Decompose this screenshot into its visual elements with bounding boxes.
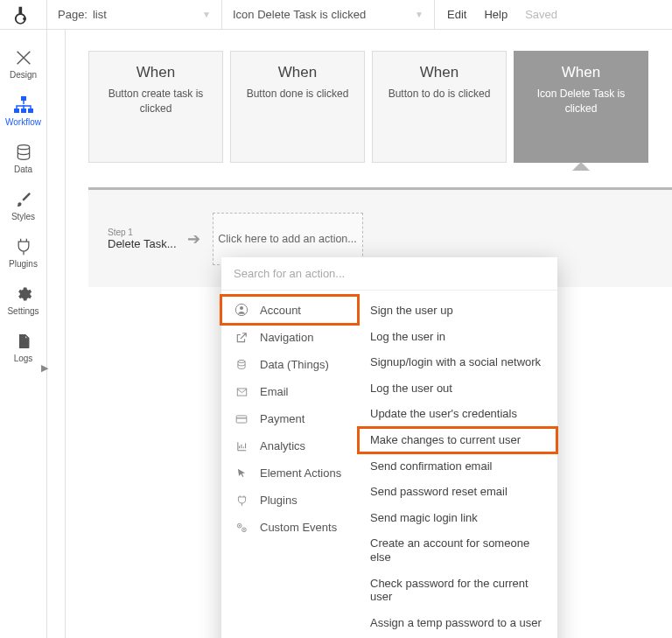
rail-data[interactable]: Data bbox=[0, 135, 47, 180]
svg-rect-2 bbox=[14, 109, 19, 113]
top-bar: Page: list ▼ Icon Delete Task is clicked… bbox=[0, 0, 672, 30]
page-dropdown-value: list bbox=[93, 8, 107, 21]
workflow-dropdown-value: Icon Delete Task is clicked bbox=[233, 8, 366, 21]
external-link-icon bbox=[234, 332, 249, 344]
category-plugins[interactable]: Plugins bbox=[221, 487, 358, 514]
page-dropdown[interactable]: Page: list ▼ bbox=[47, 0, 222, 30]
action-item[interactable]: Sign the user up bbox=[358, 298, 557, 324]
left-rail: Design Workflow Data Styles Plugins Sett… bbox=[0, 30, 47, 638]
expand-rail-icon[interactable]: ▶ bbox=[41, 362, 48, 374]
user-circle-icon bbox=[234, 303, 249, 317]
svg-point-7 bbox=[240, 306, 243, 310]
database-icon bbox=[15, 142, 32, 163]
action-item[interactable]: Send password reset email bbox=[358, 479, 557, 505]
search-input[interactable] bbox=[221, 257, 557, 291]
chevron-down-icon: ▼ bbox=[415, 10, 424, 19]
category-email[interactable]: Email bbox=[221, 378, 358, 405]
events-row: When Button create task is clicked When … bbox=[66, 30, 672, 163]
svg-rect-1 bbox=[21, 96, 26, 101]
document-icon bbox=[16, 331, 32, 352]
envelope-icon bbox=[234, 386, 249, 398]
rail-workflow[interactable]: Workflow bbox=[0, 88, 47, 133]
svg-rect-9 bbox=[237, 388, 247, 395]
bubble-logo[interactable] bbox=[0, 0, 47, 30]
chevron-down-icon: ▼ bbox=[202, 10, 211, 19]
svg-point-0 bbox=[23, 17, 26, 20]
action-item[interactable]: Make changes to current user bbox=[358, 427, 557, 453]
design-icon bbox=[14, 47, 33, 68]
action-item[interactable]: Update the user's credentials bbox=[358, 401, 557, 427]
page-dropdown-label: Page: bbox=[58, 8, 88, 21]
action-item[interactable]: Check password for the current user bbox=[358, 571, 557, 610]
brush-icon bbox=[15, 189, 32, 210]
bubble-logo-icon bbox=[14, 5, 33, 25]
event-card-0[interactable]: When Button create task is clicked bbox=[88, 51, 223, 163]
actions-list: Sign the user up Log the user in Signup/… bbox=[358, 291, 557, 638]
menu-edit[interactable]: Edit bbox=[447, 8, 466, 21]
arrow-right-icon: ➔ bbox=[187, 229, 200, 249]
workflow-dropdown[interactable]: Icon Delete Task is clicked ▼ bbox=[222, 0, 435, 30]
action-item[interactable]: Send magic login link bbox=[358, 505, 557, 531]
database-icon bbox=[234, 359, 249, 371]
rail-plugins[interactable]: Plugins bbox=[0, 229, 47, 275]
event-card-2[interactable]: When Button to do is clicked bbox=[372, 51, 507, 163]
selected-pointer-icon bbox=[572, 162, 590, 171]
cursor-icon bbox=[234, 467, 249, 480]
svg-point-8 bbox=[238, 360, 245, 362]
workflow-icon bbox=[13, 95, 34, 116]
svg-point-5 bbox=[18, 144, 29, 149]
chart-icon bbox=[234, 440, 249, 452]
plug-icon bbox=[234, 494, 249, 507]
svg-point-14 bbox=[243, 529, 245, 530]
rail-logs[interactable]: Logs bbox=[0, 324, 47, 369]
action-item[interactable]: Assign a temp password to a user bbox=[358, 610, 557, 636]
category-analytics[interactable]: Analytics bbox=[221, 432, 358, 459]
rail-settings[interactable]: Settings bbox=[0, 277, 47, 322]
gears-icon bbox=[234, 522, 249, 534]
category-payment[interactable]: Payment bbox=[221, 405, 358, 432]
category-element-actions[interactable]: Element Actions bbox=[221, 459, 358, 487]
menu-help[interactable]: Help bbox=[484, 8, 508, 21]
workflow-canvas: When Button create task is clicked When … bbox=[66, 30, 672, 638]
plug-icon bbox=[14, 236, 33, 257]
svg-rect-3 bbox=[21, 109, 26, 113]
category-navigation[interactable]: Navigation bbox=[221, 324, 358, 351]
rail-styles[interactable]: Styles bbox=[0, 182, 47, 228]
action-item[interactable]: Signup/login with a social network bbox=[358, 349, 557, 375]
category-data[interactable]: Data (Things) bbox=[221, 351, 358, 378]
svg-rect-10 bbox=[236, 415, 247, 422]
action-item[interactable]: Log the user in bbox=[358, 324, 557, 350]
svg-rect-4 bbox=[28, 109, 33, 113]
category-list: Account Navigation Data (Things) Email P… bbox=[221, 291, 358, 638]
category-account[interactable]: Account bbox=[221, 296, 358, 324]
svg-point-13 bbox=[239, 524, 241, 526]
action-item[interactable]: Log the user out bbox=[358, 375, 557, 402]
gear-icon bbox=[15, 284, 32, 305]
category-custom-events[interactable]: Custom Events bbox=[221, 514, 358, 541]
action-item[interactable]: Create an account for someone else bbox=[358, 530, 557, 570]
action-item[interactable]: Send confirmation email bbox=[358, 453, 557, 480]
action-picker: Account Navigation Data (Things) Email P… bbox=[221, 257, 557, 638]
event-card-1[interactable]: When Button done is clicked bbox=[230, 51, 365, 163]
event-card-3[interactable]: When Icon Delete Task is clicked bbox=[514, 51, 648, 163]
rail-design[interactable]: Design bbox=[0, 40, 47, 86]
card-icon bbox=[234, 413, 249, 425]
step-1[interactable]: Step 1 Delete Task... ➔ bbox=[108, 228, 200, 250]
status-saved: Saved bbox=[525, 8, 557, 21]
